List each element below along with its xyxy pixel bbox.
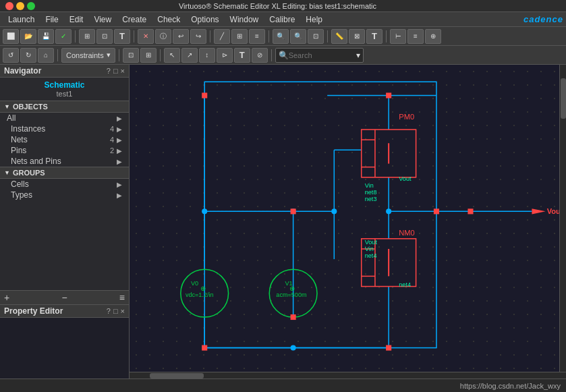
tree-item-cells[interactable]: Cells ▶ [0,179,129,190]
minimize-button[interactable] [16,2,24,10]
tree-item-nets-and-pins[interactable]: Nets and Pins ▶ [0,156,129,167]
delete-button[interactable]: ✕ [138,29,154,44]
tree-item-types[interactable]: Types ▶ [0,190,129,200]
add-item-button[interactable]: + [4,292,9,303]
nm0-net4-label: net4 [365,252,377,259]
drc-button[interactable]: ⊕ [425,29,441,44]
forward-button[interactable]: ↻ [20,48,36,63]
snap-button[interactable]: ⊞ [79,29,95,44]
text-button[interactable]: T [114,29,130,44]
menu-window[interactable]: Window [225,13,264,26]
sep-1 [75,30,76,43]
search-dropdown-icon[interactable]: ▾ [356,51,360,60]
navigator-window-icon[interactable]: □ [113,67,118,75]
menu-launch[interactable]: Launch [3,13,40,26]
tree-item-instances-label: Instances [11,124,110,134]
redo-button[interactable]: ↪ [190,29,206,44]
tree-item-instances-arrow: ▶ [117,125,122,133]
tree-item-instances[interactable]: Instances 4 ▶ [0,123,129,134]
schematic-label: Schematic [0,78,129,90]
navigator-header: Navigator ? □ × [0,65,129,78]
search-box[interactable]: 🔍 ▾ [275,48,364,63]
groups-section-label: GROUPS [13,169,45,177]
menu-check[interactable]: Check [152,13,186,26]
attr-button[interactable]: ≡ [407,29,424,44]
navigator-close-icon[interactable]: × [121,67,125,75]
svg-point-17 [386,208,391,214]
svg-rect-41 [434,208,439,214]
v1-value-label: acm=500m [276,291,306,298]
menu-file[interactable]: File [40,13,63,26]
route-button[interactable]: ⊢ [390,29,406,44]
property-editor-body [0,318,129,379]
wire-button[interactable]: ╱ [214,29,230,44]
menu-view[interactable]: View [88,13,117,26]
window-controls[interactable] [5,2,35,10]
home-button[interactable]: ⌂ [38,48,54,63]
add-button[interactable]: ⊞ [231,29,248,44]
menu-help[interactable]: Help [300,13,328,26]
svg-rect-42 [468,208,473,214]
sep-7 [57,49,58,61]
remove-item-button[interactable]: − [61,292,67,303]
snap-mode-button[interactable]: ⊠ [349,29,365,44]
schematic-svg[interactable]: PM0 net8 Vin net3 Vout NM0 Vout Vin net4… [130,65,566,379]
vertical-scrollbar[interactable] [559,65,566,372]
select2-button[interactable]: ↗ [181,48,198,63]
pe-close-icon[interactable]: × [121,307,125,315]
zoom-fit-button[interactable]: ⊡ [308,29,324,44]
menubar: Launch File Edit View Create Check Optio… [0,12,566,27]
svg-rect-0 [204,82,436,347]
tree-item-types-arrow: ▶ [117,192,122,199]
v0-label: V0 [191,280,198,287]
horizontal-scrollbar[interactable] [130,372,566,379]
text2-button[interactable]: T [234,48,250,63]
zoom-out-button[interactable]: 🔍 [290,29,306,44]
zoom-in-button[interactable]: 🔍 [273,29,289,44]
wire2-button[interactable]: ⊳ [217,48,233,63]
snap3-button[interactable]: ⊡ [123,48,139,63]
status-url: https://blog.csdn.net/Jack_wxy [460,382,561,390]
schematic-name: test1 [0,90,129,101]
tree-item-pins[interactable]: Pins 2 ▶ [0,145,129,156]
constraints-dropdown[interactable]: Constraints ▾ [61,48,115,63]
ruler-button[interactable]: 📏 [331,29,347,44]
undo-button[interactable]: ↩ [173,29,189,44]
prop-button[interactable]: ≡ [249,29,265,44]
titlebar: Virtuoso® Schematic Editor XL Editing: b… [0,0,566,12]
cursor-button[interactable]: ↕ [199,48,215,63]
open-button[interactable]: 📂 [20,29,36,44]
objects-section-header[interactable]: ▼ OBJECTS [0,101,129,113]
select-button[interactable]: ↖ [164,48,180,63]
svg-text:⊕: ⊕ [289,285,295,292]
label-button[interactable]: T [366,29,383,44]
new-button[interactable]: ⬜ [3,29,19,44]
pe-help-icon[interactable]: ? [107,307,111,315]
tree-item-all[interactable]: All ▶ [0,113,129,123]
sidebar-menu-button[interactable]: ≡ [119,292,125,303]
back-button[interactable]: ↺ [3,48,19,63]
menu-create[interactable]: Create [117,13,152,26]
check-button[interactable]: ✓ [55,29,72,44]
info-button[interactable]: ⓘ [155,29,171,44]
menu-calibre[interactable]: Calibre [264,13,300,26]
pe-window-icon[interactable]: □ [113,307,118,315]
maximize-button[interactable] [27,2,35,10]
canvas-area[interactable]: PM0 net8 Vin net3 Vout NM0 Vout Vin net4… [130,65,566,379]
tree-item-nets[interactable]: Nets 4 ▶ [0,134,129,145]
copy-button[interactable]: ⊘ [252,48,268,63]
menu-options[interactable]: Options [186,13,224,26]
menu-edit[interactable]: Edit [64,13,89,26]
svg-rect-35 [202,92,207,98]
snap2-button[interactable]: ⊡ [96,29,113,44]
save-button[interactable]: 💾 [38,29,54,44]
window-title: Virtuoso® Schematic Editor XL Editing: b… [35,2,520,10]
snap4-button[interactable]: ⊞ [140,48,157,63]
close-button[interactable] [5,2,13,10]
search-input[interactable] [289,51,356,59]
navigator-title: Navigator [4,66,41,76]
groups-section-header[interactable]: ▼ GROUPS [0,167,129,179]
sidebar-bottom-bar: + − ≡ [0,290,129,304]
pm0-vin-label: Vin [365,182,374,189]
navigator-help-icon[interactable]: ? [107,67,111,75]
